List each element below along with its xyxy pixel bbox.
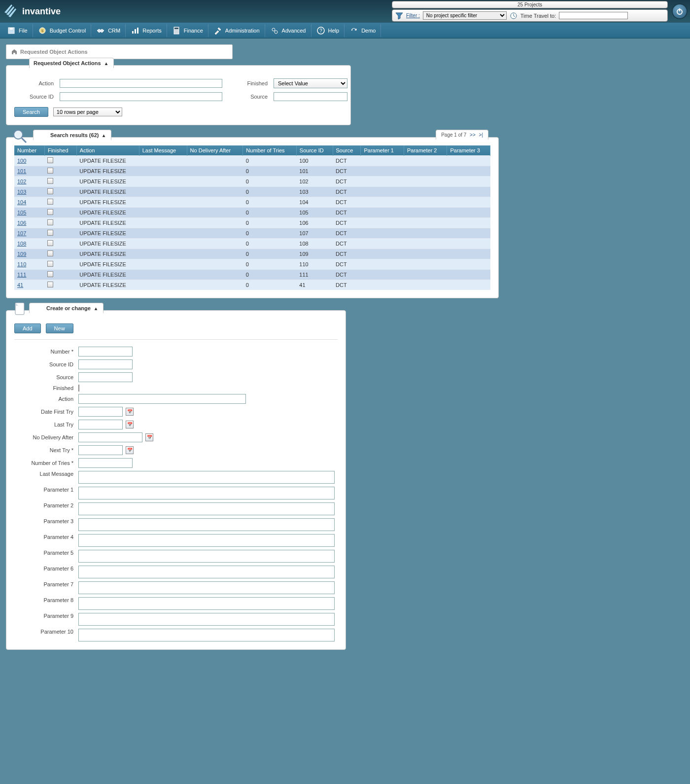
rows-per-page-select[interactable]: 10 rows per page: [53, 107, 122, 116]
source-id-input2[interactable]: [78, 359, 133, 369]
pager-next[interactable]: >>: [470, 132, 476, 138]
param-2-input[interactable]: [78, 502, 335, 515]
source-id-input[interactable]: [60, 92, 222, 101]
row-finished-checkbox[interactable]: [47, 157, 53, 163]
row-finished-checkbox[interactable]: [47, 209, 53, 215]
filter-link[interactable]: Filter :: [406, 13, 420, 18]
pager-last[interactable]: >|: [479, 132, 483, 138]
menu-file[interactable]: File: [2, 24, 33, 37]
calendar-icon[interactable]: 📅: [126, 421, 134, 428]
table-row[interactable]: 107UPDATE FILESIZE0107DCT: [14, 228, 490, 239]
param-4-input[interactable]: [78, 534, 335, 547]
collapse-icon[interactable]: ▴: [103, 133, 105, 138]
col-number-of-tries[interactable]: Number of Tries: [243, 145, 297, 156]
menu-demo[interactable]: Demo: [345, 24, 381, 37]
col-parameter-3[interactable]: Parameter 3: [447, 145, 490, 156]
last-try-input[interactable]: [78, 420, 123, 429]
projects-count-bar[interactable]: 25 Projects: [392, 1, 668, 8]
next-try-input[interactable]: [78, 445, 123, 455]
param-9-input[interactable]: [78, 613, 335, 626]
menu-help[interactable]: ?Help: [311, 24, 345, 37]
row-number-link[interactable]: 41: [17, 282, 23, 288]
source-input2[interactable]: [78, 372, 133, 382]
row-finished-checkbox[interactable]: [47, 250, 53, 256]
row-number-link[interactable]: 106: [17, 220, 26, 226]
row-number-link[interactable]: 110: [17, 261, 26, 267]
action-input[interactable]: [60, 79, 222, 88]
row-finished-checkbox[interactable]: [47, 219, 53, 225]
col-number[interactable]: Number: [14, 145, 44, 156]
param-5-input[interactable]: [78, 550, 335, 563]
collapse-icon[interactable]: ▴: [95, 306, 97, 311]
row-finished-checkbox[interactable]: [47, 271, 53, 277]
col-last-message[interactable]: Last Message: [139, 145, 187, 156]
date-first-try-input[interactable]: [78, 407, 123, 417]
add-button[interactable]: Add: [14, 323, 41, 333]
row-finished-checkbox[interactable]: [47, 282, 53, 287]
row-number-link[interactable]: 101: [17, 168, 26, 174]
row-number-link[interactable]: 107: [17, 230, 26, 236]
param-1-input[interactable]: [78, 487, 335, 499]
menu-finance[interactable]: Finance: [167, 24, 208, 37]
param-7-input[interactable]: [78, 581, 335, 594]
menu-reports[interactable]: Reports: [126, 24, 167, 37]
last-message-input[interactable]: [78, 471, 335, 484]
calendar-icon[interactable]: 📅: [145, 433, 153, 441]
row-finished-checkbox[interactable]: [47, 240, 53, 246]
table-row[interactable]: 110UPDATE FILESIZE0110DCT: [14, 259, 490, 270]
col-source[interactable]: Source: [333, 145, 361, 156]
menu-advanced[interactable]: Advanced: [265, 24, 311, 37]
search-button[interactable]: Search: [14, 107, 48, 117]
power-button[interactable]: [672, 3, 688, 19]
row-finished-checkbox[interactable]: [47, 199, 53, 205]
number-input[interactable]: [78, 347, 133, 356]
time-travel-input[interactable]: [559, 12, 628, 19]
calendar-icon[interactable]: 📅: [126, 446, 134, 454]
row-number-link[interactable]: 104: [17, 199, 26, 205]
row-number-link[interactable]: 105: [17, 210, 26, 215]
calendar-icon[interactable]: 📅: [126, 408, 134, 416]
table-row[interactable]: 105UPDATE FILESIZE0105DCT: [14, 208, 490, 218]
row-finished-checkbox[interactable]: [47, 261, 53, 267]
col-finished[interactable]: Finished: [44, 145, 76, 156]
filter-select[interactable]: No project specific filter: [423, 11, 507, 20]
menu-budget-control[interactable]: $Budget Control: [33, 24, 91, 37]
num-tries-input[interactable]: [78, 458, 133, 468]
table-row[interactable]: 104UPDATE FILESIZE0104DCT: [14, 197, 490, 208]
menu-administration[interactable]: Administration: [208, 24, 265, 37]
table-row[interactable]: 109UPDATE FILESIZE0109DCT: [14, 249, 490, 259]
col-action[interactable]: Action: [76, 145, 139, 156]
row-finished-checkbox[interactable]: [47, 188, 53, 194]
finished-select[interactable]: Select Value: [274, 78, 347, 88]
col-parameter-1[interactable]: Parameter 1: [361, 145, 404, 156]
row-number-link[interactable]: 100: [17, 158, 26, 164]
param-8-input[interactable]: [78, 597, 335, 610]
param-3-input[interactable]: [78, 518, 335, 531]
param-10-input[interactable]: [78, 629, 335, 641]
row-number-link[interactable]: 103: [17, 189, 26, 195]
table-row[interactable]: 111UPDATE FILESIZE0111DCT: [14, 270, 490, 280]
finished-checkbox[interactable]: [78, 385, 79, 392]
source-input[interactable]: [274, 92, 347, 101]
menu-crm[interactable]: CRM: [91, 24, 126, 37]
table-row[interactable]: 100UPDATE FILESIZE0100DCT: [14, 156, 490, 166]
row-finished-checkbox[interactable]: [47, 230, 53, 236]
collapse-icon[interactable]: ▴: [105, 61, 107, 66]
action-input2[interactable]: [78, 394, 246, 404]
table-row[interactable]: 108UPDATE FILESIZE0108DCT: [14, 239, 490, 249]
table-row[interactable]: 103UPDATE FILESIZE0103DCT: [14, 187, 490, 197]
table-row[interactable]: 102UPDATE FILESIZE0102DCT: [14, 177, 490, 187]
table-row[interactable]: 101UPDATE FILESIZE0101DCT: [14, 166, 490, 177]
table-row[interactable]: 106UPDATE FILESIZE0106DCT: [14, 218, 490, 228]
col-no-delivery-after[interactable]: No Delivery After: [187, 145, 243, 156]
col-source-id[interactable]: Source ID: [296, 145, 333, 156]
row-number-link[interactable]: 111: [17, 272, 26, 278]
row-number-link[interactable]: 109: [17, 251, 26, 257]
row-number-link[interactable]: 108: [17, 241, 26, 247]
new-button[interactable]: New: [46, 323, 73, 333]
row-finished-checkbox[interactable]: [47, 168, 53, 174]
param-6-input[interactable]: [78, 566, 335, 578]
row-finished-checkbox[interactable]: [47, 178, 53, 184]
col-parameter-2[interactable]: Parameter 2: [404, 145, 447, 156]
no-delivery-input[interactable]: [78, 432, 142, 442]
